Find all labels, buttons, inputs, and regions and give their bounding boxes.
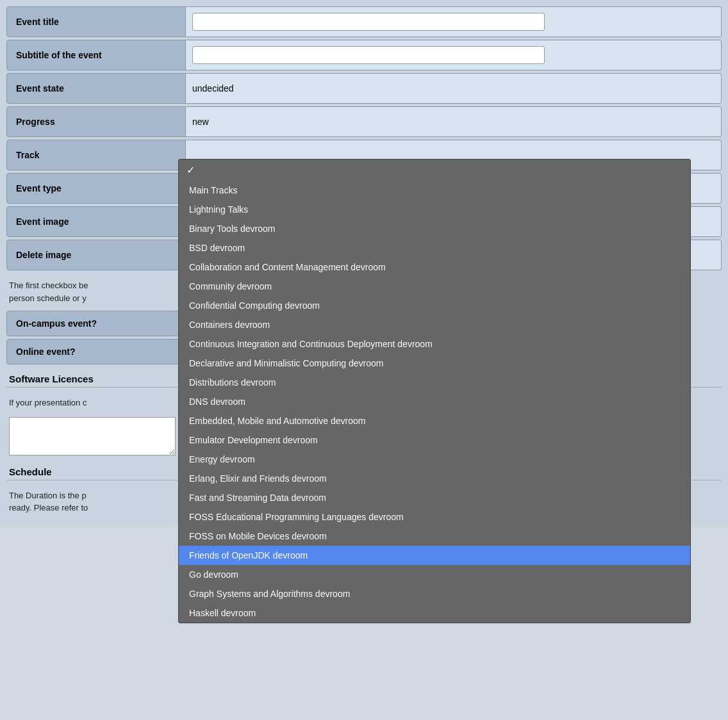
dropdown-item-friends-openjdk[interactable]: Friends of OpenJDK devroom: [179, 546, 690, 565]
track-label: Track: [6, 140, 186, 170]
dropdown-item-containers[interactable]: Containers devroom: [179, 315, 690, 334]
check-icon: ✓: [186, 164, 197, 176]
event-state-label: Event state: [6, 73, 186, 104]
dropdown-item-energy[interactable]: Energy devroom: [179, 450, 690, 469]
dropdown-item-ci-cd[interactable]: Continuous Integration and Continuous De…: [179, 334, 690, 354]
subtitle-input[interactable]: [192, 46, 545, 64]
dropdown-item-fast-streaming[interactable]: Fast and Streaming Data devroom: [179, 488, 690, 507]
dropdown-item-community[interactable]: Community devroom: [179, 277, 690, 296]
progress-value: new: [192, 117, 209, 127]
event-state-row: Event state undecided: [6, 73, 722, 104]
delete-image-label: Delete image: [6, 240, 186, 270]
progress-value-cell: new: [186, 106, 722, 137]
event-title-value-cell: [186, 6, 722, 37]
progress-label: Progress: [6, 106, 186, 137]
event-type-label: Event type: [6, 173, 186, 204]
software-textarea[interactable]: [9, 417, 176, 455]
dropdown-item-emulator[interactable]: Emulator Development devroom: [179, 430, 690, 450]
dropdown-item-confidential[interactable]: Confidential Computing devroom: [179, 296, 690, 315]
subtitle-value-cell: [186, 40, 722, 70]
event-title-input[interactable]: [192, 13, 545, 31]
dropdown-item-bsd[interactable]: BSD devroom: [179, 238, 690, 258]
event-state-value: undecided: [192, 83, 234, 94]
dropdown-item-embedded[interactable]: Embedded, Mobile and Automotive devroom: [179, 411, 690, 430]
dropdown-item-dns[interactable]: DNS devroom: [179, 392, 690, 411]
dropdown-item-haskell[interactable]: Haskell devroom: [179, 603, 690, 623]
dropdown-item-foss-edu[interactable]: FOSS Educational Programming Languages d…: [179, 507, 690, 527]
dropdown-item-lightning-talks[interactable]: Lightning Talks: [179, 200, 690, 219]
dropdown-item-distributions[interactable]: Distributions devroom: [179, 373, 690, 392]
dropdown-item-declarative[interactable]: Declarative and Minimalistic Computing d…: [179, 354, 690, 373]
dropdown-item-go[interactable]: Go devroom: [179, 565, 690, 584]
subtitle-row: Subtitle of the event: [6, 40, 722, 70]
online-label: Online event?: [6, 339, 186, 364]
track-dropdown[interactable]: ✓Main TracksLightning TalksBinary Tools …: [178, 159, 691, 623]
event-state-value-cell: undecided: [186, 73, 722, 104]
event-title-label: Event title: [6, 6, 186, 37]
dropdown-item-erlang[interactable]: Erlang, Elixir and Friends devroom: [179, 469, 690, 488]
dropdown-item-main-tracks[interactable]: Main Tracks: [179, 181, 690, 200]
on-campus-label: On-campus event?: [6, 311, 186, 336]
subtitle-label: Subtitle of the event: [6, 40, 186, 70]
dropdown-item-binary-tools[interactable]: Binary Tools devroom: [179, 219, 690, 238]
event-image-label: Event image: [6, 206, 186, 237]
dropdown-item-foss-mobile[interactable]: FOSS on Mobile Devices devroom: [179, 527, 690, 546]
progress-row: Progress new: [6, 106, 722, 137]
event-title-row: Event title: [6, 6, 722, 37]
dropdown-item-graph[interactable]: Graph Systems and Algorithms devroom: [179, 584, 690, 603]
dropdown-item-collaboration[interactable]: Collaboration and Content Management dev…: [179, 258, 690, 277]
dropdown-item-blank[interactable]: ✓: [179, 160, 690, 181]
